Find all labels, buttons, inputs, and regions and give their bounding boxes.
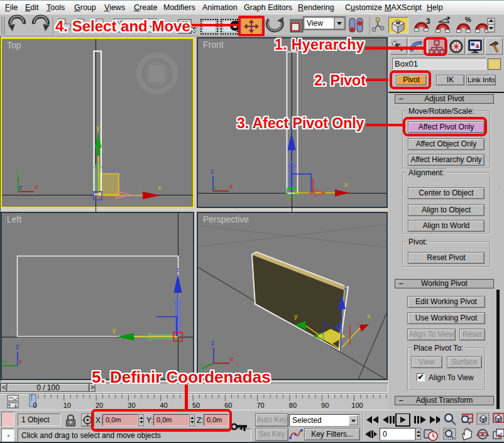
svg-text:60: 60 bbox=[224, 402, 232, 409]
svg-text:x: x bbox=[35, 183, 38, 190]
svg-text:z: z bbox=[19, 183, 23, 191]
svg-text:y: y bbox=[214, 183, 217, 190]
svg-text:%: % bbox=[465, 16, 471, 23]
svg-text:70: 70 bbox=[256, 402, 264, 409]
svg-text:z: z bbox=[344, 283, 348, 290]
svg-text:100: 100 bbox=[351, 402, 363, 409]
svg-text:80: 80 bbox=[289, 402, 297, 409]
svg-text:z: z bbox=[16, 342, 19, 350]
svg-text:x: x bbox=[344, 180, 348, 188]
svg-text:z: z bbox=[211, 339, 215, 346]
svg-text:y: y bbox=[16, 168, 19, 175]
svg-text:y: y bbox=[294, 312, 298, 320]
svg-text:x: x bbox=[367, 312, 371, 320]
svg-text:z: z bbox=[211, 167, 214, 175]
svg-text:40: 40 bbox=[160, 402, 168, 409]
svg-text:y: y bbox=[3, 358, 6, 365]
svg-text:y: y bbox=[199, 360, 202, 368]
svg-text:20: 20 bbox=[96, 402, 103, 409]
svg-text:0: 0 bbox=[33, 402, 36, 409]
svg-text:3: 3 bbox=[426, 17, 430, 26]
svg-text:y: y bbox=[112, 326, 116, 334]
svg-text:x: x bbox=[19, 358, 23, 365]
svg-text:z: z bbox=[176, 266, 180, 273]
svg-text:x: x bbox=[230, 355, 234, 363]
svg-text:y: y bbox=[96, 124, 100, 131]
svg-text:x: x bbox=[158, 183, 162, 191]
svg-text:30: 30 bbox=[128, 402, 135, 409]
svg-text:90: 90 bbox=[321, 402, 329, 409]
svg-text:z: z bbox=[290, 123, 293, 131]
svg-text:50: 50 bbox=[192, 402, 200, 409]
svg-text:x: x bbox=[229, 182, 233, 190]
svg-text:10: 10 bbox=[63, 402, 71, 409]
